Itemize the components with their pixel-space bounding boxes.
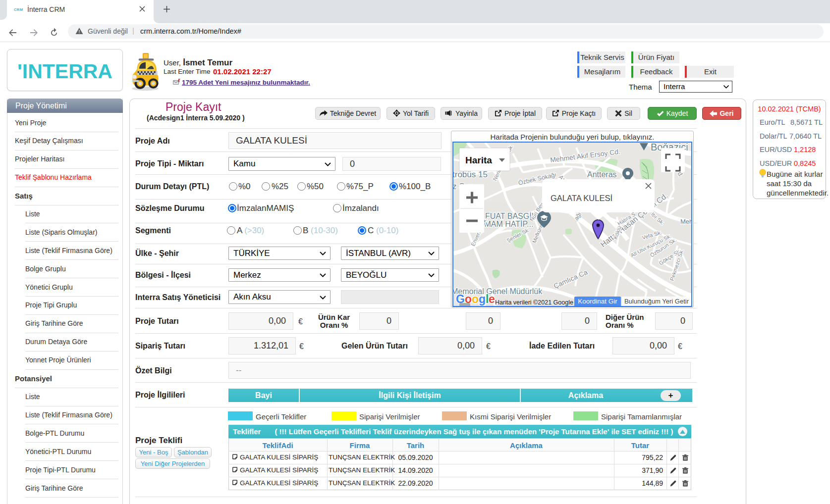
svg-text:Koordinat Gir: Koordinat Gir (578, 298, 617, 305)
svg-text:GALATA KULESİ: GALATA KULESİ (551, 194, 612, 202)
svg-text:Harita verileri ©2021 Google: Harita verileri ©2021 Google (495, 299, 573, 306)
svg-text:trobüs 15: trobüs 15 (453, 170, 488, 179)
svg-text:e: e (489, 293, 495, 305)
svg-text:g: g (479, 293, 486, 305)
svg-text:Antteras: Antteras (587, 170, 617, 179)
svg-text:Bulunduğum Yeri Getir: Bulunduğum Yeri Getir (624, 298, 689, 305)
svg-text:o: o (472, 293, 479, 305)
svg-text:Harita: Harita (465, 155, 492, 165)
svg-text:İMAM HATİP...: İMAM HATİP... (482, 219, 533, 228)
svg-text:Meh: Meh (680, 218, 691, 225)
